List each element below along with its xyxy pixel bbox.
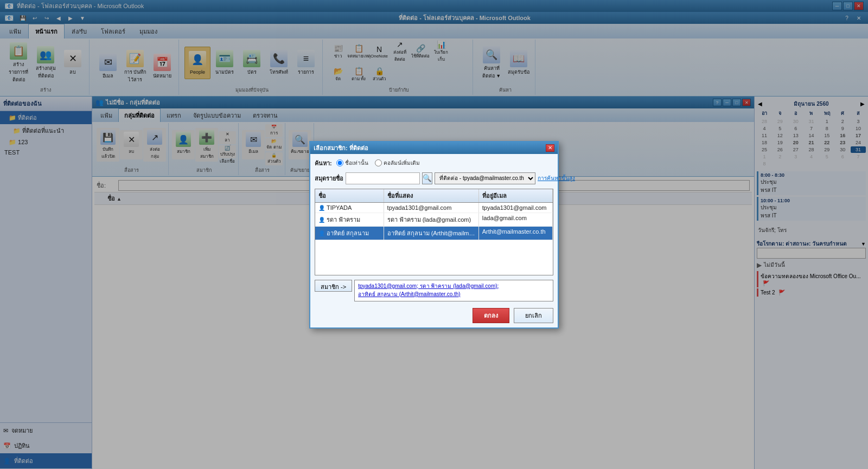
modal-search-row: ค้นหา: ชื่อเท่านั้น คอลัมน์เพิ่มเติม — [315, 158, 553, 168]
contact-1-display: รดา ฟ้าคราม (lada@gmail.com) — [384, 213, 479, 226]
modal-recipients-text: tpyada1301@gmail.com; รดา ฟ้าคราม (lada@… — [358, 283, 499, 297]
modal-cancel-button[interactable]: ยกเลิก — [514, 308, 553, 323]
modal-contacts-table: ชื่อ ชื่อที่แสดง ที่อยู่อีเมล 👤TIPYADA t… — [315, 189, 553, 275]
modal-search-button[interactable]: 🔍 — [422, 172, 432, 184]
modal-table-header: ชื่อ ชื่อที่แสดง ที่อยู่อีเมล — [315, 189, 553, 203]
modal-contact-2[interactable]: 👤อาทิตย์ สกุลนาม อาทิตย์ สกุลนาม (Arthit… — [315, 227, 553, 240]
modal-radio-group: ชื่อเท่านั้น คอลัมน์เพิ่มเติม — [336, 159, 420, 167]
modal-ok-button[interactable]: ตกลง — [473, 308, 509, 323]
contact-0-name: 👤TIPYADA — [315, 203, 384, 213]
modal-recipients-box[interactable]: tpyada1301@gmail.com; รดา ฟ้าคราม (lada@… — [354, 280, 553, 301]
modal-search-label: ค้นหา: — [315, 158, 332, 168]
modal-footer: ตกลง ยกเลิก — [315, 306, 553, 323]
modal-contact-0[interactable]: 👤TIPYADA tpyada1301@gmail.com tpyada1301… — [315, 203, 553, 213]
modal-radio-more-columns[interactable]: คอลัมน์เพิ่มเติม — [375, 159, 420, 167]
contact-0-email: tpyada1301@gmail.com — [479, 203, 553, 213]
modal-th-display[interactable]: ชื่อที่แสดง — [384, 189, 479, 202]
contact-1-name: 👤รดา ฟ้าคราม — [315, 213, 384, 226]
modal-contact-1[interactable]: 👤รดา ฟ้าคราม รดา ฟ้าคราม (lada@gmail.com… — [315, 213, 553, 227]
select-member-modal: เลือกสมาชิก: ที่ติดต่อ ✕ ค้นหา: ชื่อเท่า… — [309, 141, 559, 329]
modal-content: ค้นหา: ชื่อเท่านั้น คอลัมน์เพิ่มเติม สมุ… — [310, 154, 558, 327]
contact-0-icon: 👤 — [318, 205, 325, 211]
modal-close-button[interactable]: ✕ — [546, 144, 554, 152]
modal-addressbook-label: สมุดรายชื่อ — [315, 174, 343, 183]
contact-1-email: lada@gmail.com — [479, 213, 553, 226]
radio-name-only-input[interactable] — [336, 159, 343, 166]
radio-more-columns-input[interactable] — [375, 159, 382, 166]
modal-th-email[interactable]: ที่อยู่อีเมล — [479, 189, 553, 202]
contact-2-display: อาทิตย์ สกุลนาม (Arthit@mailmaster.... — [384, 227, 479, 240]
modal-contacts-list: 👤TIPYADA tpyada1301@gmail.com tpyada1301… — [315, 203, 553, 240]
modal-th-name[interactable]: ชื่อ — [315, 189, 384, 202]
modal-bottom: สมาชิก -> tpyada1301@gmail.com; รดา ฟ้าค… — [315, 280, 553, 301]
modal-addressbook-select[interactable]: ที่ติดต่อ - tpyada@mailmaster.co.th — [435, 172, 535, 184]
modal-advanced-search-link[interactable]: การค้นหาขั้นสูง — [538, 174, 575, 182]
modal-search-input[interactable] — [346, 172, 420, 184]
modal-title: เลือกสมาชิก: ที่ติดต่อ — [314, 143, 368, 153]
contact-0-display: tpyada1301@gmail.com — [384, 203, 479, 213]
contact-2-email: Arthit@mailmaster.co.th — [479, 227, 553, 240]
modal-addressbook-row: สมุดรายชื่อ 🔍 ที่ติดต่อ - tpyada@mailmas… — [315, 172, 553, 184]
modal-radio-name-only[interactable]: ชื่อเท่านั้น — [336, 159, 368, 167]
contact-2-icon: 👤 — [318, 230, 325, 236]
contact-2-name: 👤อาทิตย์ สกุลนาม — [315, 227, 384, 240]
modal-title-bar: เลือกสมาชิก: ที่ติดต่อ ✕ — [310, 142, 558, 154]
modal-overlay: เลือกสมาชิก: ที่ติดต่อ ✕ ค้นหา: ชื่อเท่า… — [0, 0, 868, 469]
contact-1-icon: 👤 — [318, 217, 325, 223]
modal-member-button[interactable]: สมาชิก -> — [315, 280, 352, 292]
